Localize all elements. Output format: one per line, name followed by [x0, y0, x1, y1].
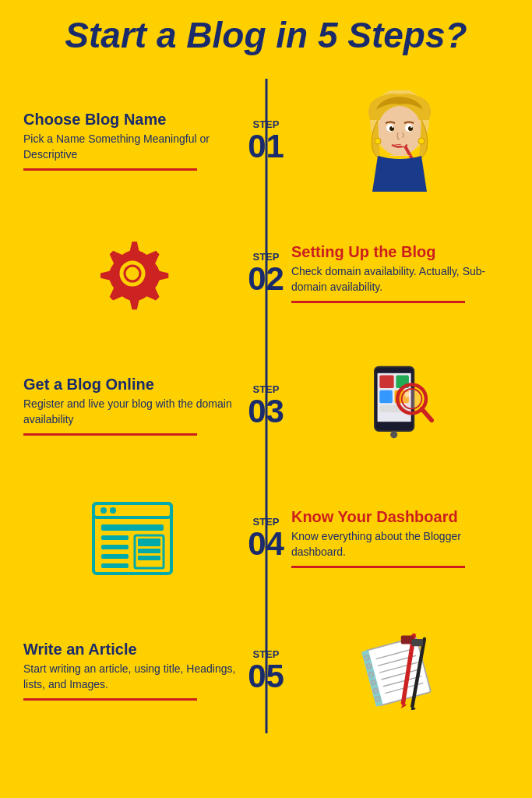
step-3-content: Get a Blog Online Register and live your… — [23, 376, 241, 436]
step-3-center: STEP 03 — [256, 383, 276, 428]
step-row-3: Get a Blog Online Register and live your… — [23, 344, 509, 468]
svg-rect-39 — [138, 556, 160, 560]
step-2-number-block: STEP 02 — [248, 251, 284, 295]
step-4-center: STEP 04 — [256, 516, 276, 560]
svg-rect-32 — [101, 535, 129, 540]
svg-point-4 — [389, 126, 394, 131]
step-4-title: Know Your Dashboard — [291, 508, 509, 526]
step-5-redline — [23, 698, 197, 701]
step-2-num: 02 — [248, 263, 284, 295]
svg-rect-59 — [412, 639, 424, 646]
step-1-left: Choose Blog Name Pick a Name Something M… — [23, 111, 256, 171]
notebook-icon — [357, 632, 442, 710]
step-4-num: 04 — [248, 528, 284, 560]
step-3-number-block: STEP 03 — [248, 383, 284, 428]
svg-rect-33 — [101, 545, 129, 549]
step-1-right — [276, 83, 509, 200]
step-5-num: 05 — [248, 660, 284, 693]
step-2-center: STEP 02 — [256, 251, 276, 295]
step-4-number-block: STEP 04 — [248, 516, 284, 560]
step-2-content: Setting Up the Blog Check domain availab… — [291, 243, 509, 303]
svg-point-25 — [405, 391, 410, 397]
step-2-right: Setting Up the Blog Check domain availab… — [276, 243, 509, 303]
step-4-icon-container — [23, 492, 241, 585]
step-4-content: Know Your Dashboard Know everything abou… — [291, 508, 509, 568]
svg-rect-18 — [380, 390, 393, 402]
step-1-icon-container — [291, 83, 509, 200]
svg-point-6 — [392, 126, 393, 128]
svg-point-5 — [408, 126, 413, 131]
step-2-icon-container — [23, 227, 241, 320]
step-3-icon-container — [291, 355, 509, 457]
gear-icon — [93, 235, 171, 312]
svg-point-11 — [418, 138, 425, 144]
step-1-center: STEP 01 — [256, 118, 276, 163]
main-title: Start a Blog in 5 Steps? — [23, 16, 509, 55]
step-2-desc: Check domain availability. Actually, Sub… — [291, 264, 509, 295]
step-1-desc: Pick a Name Something Meaningful or Desc… — [23, 132, 241, 162]
svg-rect-34 — [101, 554, 129, 559]
step-5-right — [276, 624, 509, 718]
step-5-content: Write an Article Start writing an articl… — [23, 641, 241, 701]
step-2-left — [23, 227, 256, 320]
step-row-5: Write an Article Start writing an articl… — [23, 609, 509, 733]
step-3-desc: Register and live your blog with the dom… — [23, 397, 241, 427]
svg-point-30 — [110, 507, 116, 514]
page-wrapper: Start a Blog in 5 Steps? Choose Blog Nam… — [0, 0, 532, 798]
step-3-left: Get a Blog Online Register and live your… — [23, 376, 256, 436]
step-1-num: 01 — [248, 130, 284, 163]
svg-point-21 — [391, 431, 398, 438]
svg-point-10 — [375, 138, 381, 144]
svg-line-24 — [422, 408, 432, 420]
woman-thinking-icon — [353, 90, 446, 192]
svg-point-23 — [402, 389, 422, 409]
svg-rect-35 — [101, 563, 129, 568]
step-5-center: STEP 05 — [256, 648, 276, 693]
svg-point-7 — [410, 126, 412, 128]
step-1-title: Choose Blog Name — [23, 111, 241, 129]
step-4-right: Know Your Dashboard Know everything abou… — [276, 508, 509, 568]
svg-rect-37 — [138, 538, 160, 546]
step-2-redline — [291, 301, 465, 303]
step-2-title: Setting Up the Blog — [291, 243, 509, 261]
browser-dashboard-icon — [90, 500, 175, 577]
step-5-left: Write an Article Start writing an articl… — [23, 641, 256, 701]
step-4-desc: Know everything about the Blogger dashbo… — [291, 529, 509, 560]
svg-point-12 — [118, 260, 146, 288]
step-1-redline — [23, 168, 197, 171]
svg-rect-31 — [101, 524, 164, 531]
svg-point-1 — [378, 106, 421, 156]
svg-rect-16 — [380, 375, 394, 388]
phone-search-icon — [357, 363, 442, 449]
step-row-2: STEP 02 Setting Up the Blog Check domain… — [23, 211, 509, 336]
step-1-content: Choose Blog Name Pick a Name Something M… — [23, 111, 241, 171]
step-row-4: STEP 04 Know Your Dashboard Know everyth… — [23, 476, 509, 601]
step-5-desc: Start writing an article, using title, H… — [23, 662, 241, 692]
svg-point-29 — [100, 507, 107, 514]
step-3-num: 03 — [248, 395, 284, 428]
step-row-1: Choose Blog Name Pick a Name Something M… — [23, 79, 509, 203]
step-1-number-block: STEP 01 — [248, 118, 284, 163]
step-3-title: Get a Blog Online — [23, 376, 241, 394]
step-4-redline — [291, 566, 465, 568]
step-4-left — [23, 492, 256, 585]
step-5-number-block: STEP 05 — [248, 648, 284, 693]
timeline: Choose Blog Name Pick a Name Something M… — [23, 79, 509, 733]
step-3-right — [276, 355, 509, 457]
step-3-redline — [23, 433, 197, 436]
svg-rect-38 — [138, 549, 160, 553]
step-5-title: Write an Article — [23, 641, 241, 659]
step-5-icon-container — [291, 624, 509, 718]
